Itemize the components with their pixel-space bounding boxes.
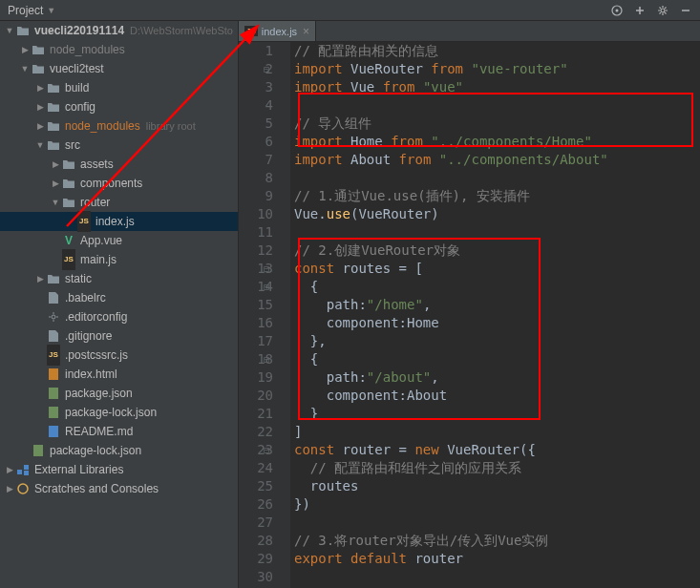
gear-icon bbox=[46, 311, 61, 323]
tree-item[interactable]: .gitignore bbox=[0, 326, 238, 346]
code-line: // 3.将router对象导出/传入到Vue实例 bbox=[294, 532, 700, 550]
tree-item[interactable]: ▼vuecli2test bbox=[0, 59, 238, 78]
chevron-right-icon: ▶ bbox=[34, 269, 46, 288]
project-tree[interactable]: ▼vuecli220191114 D:\WebStorm\WebSto▶node… bbox=[0, 21, 238, 498]
code-line: // 1.通过Vue.use(插件), 安装插件 bbox=[294, 187, 700, 205]
html-icon bbox=[46, 368, 61, 381]
svg-point-1 bbox=[616, 9, 619, 11]
code-line: import About from "../components/About" bbox=[294, 151, 700, 169]
tree-item[interactable]: package-lock.json bbox=[0, 403, 238, 422]
gutter: 12⊟345678910111213⊟14⊟15161718⊟192021222… bbox=[239, 42, 290, 588]
tree-item[interactable]: .babelrc bbox=[0, 288, 238, 307]
line-number: 19 bbox=[239, 368, 273, 387]
tree-item[interactable]: ▶config bbox=[0, 97, 238, 116]
svg-rect-4 bbox=[17, 470, 22, 474]
line-number: 10 bbox=[239, 205, 273, 223]
line-number: 6 bbox=[239, 133, 273, 151]
target-icon[interactable] bbox=[610, 4, 624, 17]
spacer-icon bbox=[19, 441, 31, 460]
fold-icon[interactable]: ⊟ bbox=[264, 260, 269, 278]
folder-icon bbox=[46, 139, 61, 151]
tree-label: components bbox=[80, 174, 142, 193]
code-line: path:"/home", bbox=[294, 296, 700, 314]
folder-icon bbox=[61, 178, 76, 189]
folder-icon bbox=[46, 101, 61, 113]
tree-item[interactable]: JS.postcssrc.js bbox=[0, 346, 238, 365]
close-icon[interactable]: × bbox=[303, 25, 309, 38]
spacer-icon bbox=[34, 346, 46, 365]
tree-item[interactable]: JSmain.js bbox=[0, 250, 238, 269]
tree-item[interactable]: JSindex.js bbox=[0, 212, 238, 231]
fold-icon[interactable]: ⊟ bbox=[264, 350, 269, 368]
line-number: 12 bbox=[239, 242, 273, 260]
tree-label: App.vue bbox=[80, 231, 122, 250]
tree-item[interactable]: ▶components bbox=[0, 174, 238, 193]
code-editor[interactable]: 12⊟345678910111213⊟14⊟15161718⊟192021222… bbox=[239, 42, 700, 588]
json-icon bbox=[46, 387, 61, 400]
tree-label: package.json bbox=[65, 384, 133, 403]
tree-label: package-lock.json bbox=[65, 403, 157, 422]
tree-item[interactable]: package-lock.json bbox=[0, 441, 238, 460]
code-line: import Home from "../components/Home" bbox=[294, 133, 700, 151]
tree-label: config bbox=[65, 97, 95, 116]
tree-item[interactable]: ▼src bbox=[0, 136, 238, 155]
code-line: ] bbox=[294, 423, 700, 441]
tree-item[interactable]: ▶build bbox=[0, 78, 238, 97]
tree-item[interactable]: ▶node_modules library root bbox=[0, 116, 238, 136]
chevron-down-icon: ▼ bbox=[4, 21, 15, 40]
spacer-icon bbox=[50, 250, 61, 269]
tree-item[interactable]: .editorconfig bbox=[0, 307, 238, 326]
code-content[interactable]: // 配置路由相关的信息import VueRouter from "vue-r… bbox=[290, 42, 700, 588]
spacer-icon bbox=[34, 384, 46, 403]
tree-label: .postcssrc.js bbox=[65, 346, 128, 365]
tree-root[interactable]: ▼vuecli220191114 D:\WebStorm\WebSto bbox=[0, 21, 238, 40]
project-label[interactable]: Project bbox=[8, 4, 43, 17]
fold-icon[interactable]: ⊟ bbox=[264, 278, 269, 296]
editor-tabs: JS index.js × bbox=[239, 21, 700, 42]
folder-icon bbox=[46, 82, 61, 94]
tree-item[interactable]: package.json bbox=[0, 384, 238, 403]
md-icon bbox=[46, 425, 61, 438]
code-line: // 配置路由和组件之间的应用关系 bbox=[294, 459, 700, 477]
tree-scratches[interactable]: ▶Scratches and Consoles bbox=[0, 479, 238, 498]
spacer-icon bbox=[34, 288, 46, 307]
folder-icon bbox=[46, 273, 61, 284]
tab-index-js[interactable]: JS index.js × bbox=[239, 21, 316, 41]
line-number: 9 bbox=[239, 187, 273, 205]
spacer-icon bbox=[50, 231, 61, 250]
tree-item[interactable]: README.md bbox=[0, 422, 238, 441]
gear-icon[interactable] bbox=[656, 4, 669, 17]
project-header: Project ▼ bbox=[0, 0, 700, 21]
dropdown-icon[interactable]: ▼ bbox=[47, 6, 55, 15]
tree-suffix: library root bbox=[146, 116, 196, 136]
code-line: component:Home bbox=[294, 314, 700, 332]
tree-label: index.html bbox=[65, 365, 117, 384]
code-line bbox=[294, 96, 700, 115]
json-icon bbox=[46, 406, 61, 419]
line-number: 26 bbox=[239, 495, 273, 514]
tree-label: .babelrc bbox=[65, 288, 106, 307]
expand-icon[interactable] bbox=[633, 4, 647, 17]
fold-icon[interactable]: ⊟ bbox=[264, 60, 269, 78]
line-number: 7 bbox=[239, 151, 273, 169]
code-line: const router = new VueRouter({ bbox=[294, 441, 700, 459]
tree-item[interactable]: ▶node_modules bbox=[0, 40, 238, 59]
fold-icon[interactable]: ⊟ bbox=[264, 441, 269, 459]
tree-label: index.js bbox=[95, 212, 135, 231]
line-number: 24 bbox=[239, 459, 273, 477]
minimize-icon[interactable] bbox=[679, 4, 692, 17]
line-number: 18⊟ bbox=[239, 350, 273, 368]
tree-item[interactable]: index.html bbox=[0, 365, 238, 384]
tree-label: package-lock.json bbox=[50, 441, 141, 460]
tree-item[interactable]: ▶static bbox=[0, 269, 238, 288]
line-number: 28 bbox=[239, 532, 273, 550]
spacer-icon bbox=[34, 307, 46, 326]
line-number: 30 bbox=[239, 568, 273, 586]
tree-item[interactable]: ▶assets bbox=[0, 155, 238, 174]
tree-label: node_modules bbox=[65, 116, 140, 136]
file-icon bbox=[46, 291, 61, 304]
scratches-icon bbox=[15, 483, 31, 494]
tree-item[interactable]: ▼router bbox=[0, 193, 238, 212]
tree-item[interactable]: VApp.vue bbox=[0, 231, 238, 250]
tree-external[interactable]: ▶External Libraries bbox=[0, 460, 238, 479]
